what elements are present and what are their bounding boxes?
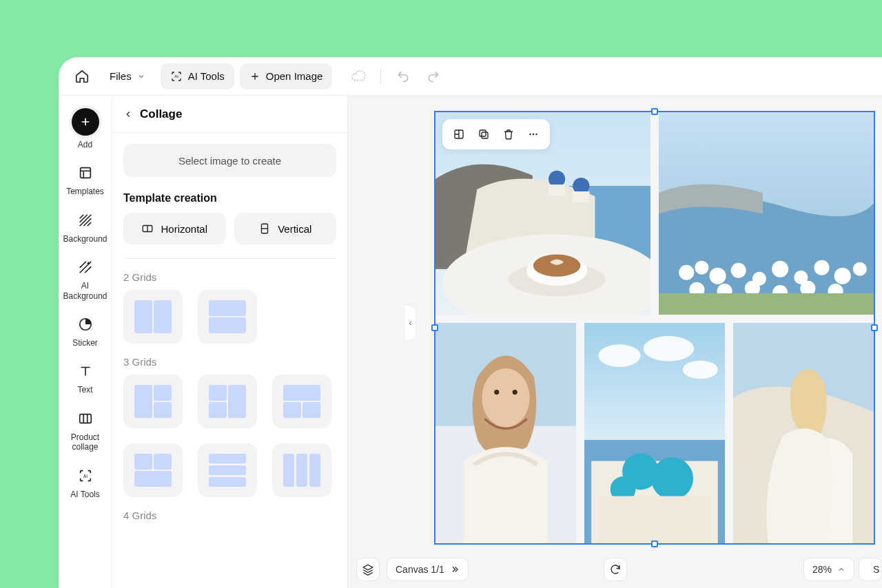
- svg-point-47: [598, 345, 640, 368]
- layers-icon: [362, 563, 374, 576]
- horizontal-button[interactable]: Horizontal: [123, 213, 226, 244]
- rail-text[interactable]: Text: [59, 356, 112, 400]
- grid-2-vertical[interactable]: [123, 290, 183, 344]
- collage-cell-5[interactable]: [733, 323, 874, 543]
- grids3-label: 3 Grids: [123, 356, 336, 368]
- cloud-dotted-icon: [351, 69, 366, 84]
- zoom-chip[interactable]: 28%: [803, 558, 854, 581]
- ai-corners-icon: AI: [170, 70, 183, 83]
- rail-product-collage[interactable]: Product collage: [59, 403, 112, 458]
- undo-icon: [396, 70, 410, 83]
- vertical-button[interactable]: Vertical: [234, 213, 337, 244]
- svg-point-31: [814, 260, 829, 275]
- panel-title: Collage: [140, 107, 182, 121]
- delete-button[interactable]: [498, 123, 520, 145]
- open-image-button[interactable]: Open Image: [240, 63, 333, 90]
- rail-background[interactable]: Background: [59, 205, 112, 249]
- svg-rect-3: [79, 414, 91, 423]
- resize-handle-right[interactable]: [871, 324, 878, 331]
- vertical-icon: [258, 222, 271, 235]
- svg-rect-40: [659, 293, 874, 315]
- canvas-selection[interactable]: [434, 111, 875, 545]
- toolbar-separator: [380, 69, 381, 84]
- product-collage-icon: [76, 409, 95, 428]
- select-image-create-button[interactable]: Select image to create: [123, 144, 336, 177]
- grid-3-a[interactable]: [123, 375, 183, 428]
- resize-handle-left[interactable]: [431, 324, 438, 331]
- rail-add-label: Add: [78, 140, 92, 149]
- rail-sticker-label: Sticker: [72, 338, 98, 348]
- selection-toolbar: [442, 119, 550, 149]
- grid-3-f[interactable]: [272, 443, 331, 497]
- ai-tools-button[interactable]: AI AI Tools: [161, 63, 234, 90]
- layers-button[interactable]: [356, 558, 380, 581]
- rail-ai-tools[interactable]: AI AI Tools: [59, 461, 112, 505]
- canvas-area[interactable]: Canvas 1/1 28% S: [348, 96, 882, 588]
- rail-text-label: Text: [77, 385, 92, 395]
- rail-templates-label: Templates: [66, 187, 104, 196]
- more-button[interactable]: [522, 123, 544, 145]
- svg-text:AI: AI: [83, 473, 87, 478]
- dots-icon: [527, 128, 540, 140]
- sync-button[interactable]: [604, 558, 627, 581]
- svg-rect-9: [480, 130, 486, 136]
- rail-sticker[interactable]: Sticker: [59, 309, 112, 353]
- grid-2-horizontal[interactable]: [198, 290, 257, 344]
- grid-3-c[interactable]: [272, 375, 331, 428]
- svg-point-33: [853, 262, 867, 276]
- chevron-down-icon: [137, 72, 145, 81]
- undo-button[interactable]: [391, 64, 416, 89]
- resize-handle-top[interactable]: [651, 108, 658, 115]
- top-toolbar: Files AI AI Tools Open Image: [59, 57, 882, 96]
- resize-handle-bottom[interactable]: [651, 540, 658, 547]
- layout-icon: [453, 128, 465, 140]
- rail-add[interactable]: Add: [59, 103, 112, 155]
- home-button[interactable]: [70, 64, 94, 89]
- grids2-label: 2 Grids: [123, 271, 336, 283]
- sticker-icon: [76, 315, 95, 334]
- template-creation-title: Template creation: [123, 192, 336, 204]
- templates-icon: [76, 163, 95, 182]
- collage-cell-3[interactable]: [435, 323, 576, 543]
- background-icon: [76, 211, 95, 230]
- chevron-up-icon: [837, 565, 845, 574]
- clipped-button[interactable]: S: [859, 558, 882, 581]
- collage-cell-4[interactable]: [584, 323, 725, 543]
- horizontal-label: Horizontal: [161, 223, 207, 235]
- duplicate-icon: [478, 128, 490, 140]
- horizontal-icon: [141, 222, 154, 235]
- canvas-label: Canvas 1/1: [396, 564, 444, 575]
- svg-rect-1: [80, 168, 90, 178]
- svg-rect-16: [548, 185, 565, 196]
- redo-button[interactable]: [421, 64, 446, 89]
- rail-background-label: Background: [63, 234, 107, 244]
- collage-panel: Collage Select image to create Template …: [112, 96, 348, 588]
- svg-point-43: [482, 368, 529, 428]
- home-icon: [74, 69, 90, 84]
- rail-templates[interactable]: Templates: [59, 158, 112, 202]
- back-icon[interactable]: [123, 109, 133, 119]
- svg-point-24: [679, 265, 694, 280]
- canvas-chip[interactable]: Canvas 1/1: [387, 558, 469, 581]
- grid-3-d[interactable]: [123, 443, 183, 497]
- grid-3-e[interactable]: [198, 443, 257, 497]
- rail-product-collage-label: Product collage: [59, 432, 112, 452]
- text-icon: [76, 361, 95, 381]
- collage-cell-2[interactable]: [659, 112, 874, 315]
- panel-collapse-handle[interactable]: ‹: [405, 305, 416, 341]
- svg-point-11: [533, 134, 534, 135]
- plus-icon: [249, 71, 260, 82]
- svg-point-44: [494, 390, 499, 395]
- files-menu[interactable]: Files: [100, 63, 155, 90]
- layout-button[interactable]: [448, 123, 470, 145]
- cloud-status: [346, 64, 371, 89]
- svg-point-45: [513, 390, 517, 395]
- open-image-label: Open Image: [266, 70, 323, 82]
- grid-3-b[interactable]: [198, 375, 257, 428]
- duplicate-button[interactable]: [473, 123, 495, 145]
- svg-point-27: [731, 263, 746, 278]
- plus-circle-icon: [72, 108, 99, 136]
- rail-ai-background[interactable]: AI Background: [59, 252, 112, 306]
- svg-point-26: [709, 268, 726, 284]
- svg-text:AI: AI: [174, 74, 178, 78]
